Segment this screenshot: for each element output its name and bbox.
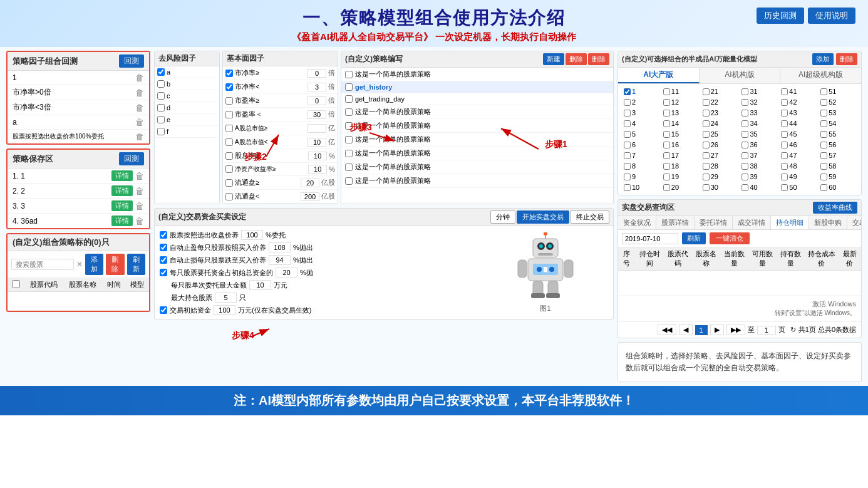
bf-1-input[interactable] [307, 69, 326, 78]
ai-46-checkbox[interactable] [781, 142, 788, 148]
bf-10-checkbox[interactable] [225, 193, 233, 200]
ai-32-checkbox[interactable] [741, 99, 748, 106]
ai-25-checkbox[interactable] [703, 131, 710, 138]
ai-53-checkbox[interactable] [820, 110, 827, 117]
tab-stock-detail[interactable]: 股票详情 [656, 216, 695, 229]
next-page-button[interactable]: ▶ [710, 324, 724, 335]
tab-ai-super[interactable]: AI超级机构版 [780, 68, 861, 83]
ai-10-checkbox[interactable] [624, 184, 631, 191]
bf-4-checkbox[interactable] [225, 111, 233, 118]
tab-trade-log[interactable]: 交易日志 [847, 216, 861, 229]
risk-e-checkbox[interactable] [157, 116, 165, 123]
clear-all-button[interactable]: 一键清仓 [710, 232, 750, 244]
ai-11-checkbox[interactable] [663, 88, 670, 95]
history-backtest-button[interactable]: 历史回测 [757, 8, 804, 24]
tr-7-input[interactable] [214, 305, 235, 315]
ai-52-checkbox[interactable] [820, 99, 827, 106]
ai-42-checkbox[interactable] [781, 99, 788, 106]
ai-12-checkbox[interactable] [663, 99, 670, 106]
ai-del-button[interactable]: 删除 [836, 53, 857, 65]
ai-23-checkbox[interactable] [703, 110, 710, 117]
add-stock-button[interactable]: 添加 [85, 254, 103, 275]
tr-5-input[interactable] [249, 280, 271, 290]
ai-28-checkbox[interactable] [703, 163, 710, 170]
ai-48-checkbox[interactable] [781, 163, 788, 170]
ai-31-checkbox[interactable] [741, 88, 748, 95]
ai-2-checkbox[interactable] [624, 99, 631, 106]
sw-7-checkbox[interactable] [345, 150, 353, 157]
ai-37-checkbox[interactable] [741, 152, 748, 159]
ai-50-checkbox[interactable] [781, 184, 788, 191]
trash-icon[interactable]: 🗑 [135, 201, 144, 211]
sw-2-checkbox[interactable] [345, 83, 353, 91]
trash-icon[interactable]: 🗑 [135, 132, 144, 142]
bf-8-input[interactable] [308, 165, 327, 174]
goto-page-input[interactable] [757, 326, 776, 335]
search-stock-input[interactable] [11, 259, 74, 270]
minute-button[interactable]: 分钟 [490, 210, 515, 224]
ai-35-checkbox[interactable] [741, 131, 748, 138]
detail-button[interactable]: 详情 [111, 170, 133, 181]
bf-7-input[interactable] [308, 152, 327, 160]
ai-56-checkbox[interactable] [820, 142, 827, 148]
tab-position[interactable]: 持仓明细 [771, 216, 809, 229]
tab-ai-institution[interactable]: AI机构版 [700, 68, 781, 83]
detail-button[interactable]: 详情 [111, 200, 133, 211]
ai-15-checkbox[interactable] [663, 131, 670, 138]
clear-search-icon[interactable]: ✕ [76, 260, 83, 269]
ai-5-checkbox[interactable] [624, 131, 631, 138]
sw-5-checkbox[interactable] [345, 122, 353, 130]
bf-4-input[interactable] [307, 110, 326, 119]
ai-14-checkbox[interactable] [663, 120, 670, 127]
ai-29-checkbox[interactable] [703, 174, 710, 180]
trash-icon[interactable]: 🗑 [135, 171, 144, 181]
ai-38-checkbox[interactable] [741, 163, 748, 170]
risk-b-checkbox[interactable] [157, 80, 165, 88]
detail-button[interactable]: 详情 [111, 185, 133, 196]
ai-58-checkbox[interactable] [820, 163, 827, 170]
trash-icon[interactable]: 🗑 [135, 103, 144, 113]
ai-7-checkbox[interactable] [624, 152, 631, 159]
ai-57-checkbox[interactable] [820, 152, 827, 159]
risk-a-checkbox[interactable] [157, 68, 165, 76]
detail-button[interactable]: 详情 [111, 215, 133, 226]
tab-transaction[interactable]: 成交详情 [733, 216, 771, 229]
ai-22-checkbox[interactable] [703, 99, 710, 106]
ai-add-button[interactable]: 添加 [812, 53, 834, 65]
tr-1-input[interactable] [241, 230, 263, 240]
prev-page-button[interactable]: ◀ [679, 324, 693, 335]
tr-7-checkbox[interactable] [160, 306, 167, 314]
trash-icon[interactable]: 🗑 [135, 117, 144, 127]
ai-45-checkbox[interactable] [781, 131, 788, 138]
tr-6-input[interactable] [215, 293, 237, 303]
ai-30-checkbox[interactable] [703, 184, 710, 191]
stop-trade-button[interactable]: 终止交易 [571, 210, 609, 224]
bf-6-checkbox[interactable] [225, 138, 233, 146]
bf-9-checkbox[interactable] [225, 179, 233, 187]
ai-18-checkbox[interactable] [663, 163, 670, 170]
ai-43-checkbox[interactable] [781, 110, 788, 117]
ai-51-checkbox[interactable] [820, 88, 827, 95]
factor-combo-backtest-button[interactable]: 回测 [119, 55, 144, 68]
ai-34-checkbox[interactable] [741, 120, 748, 127]
ai-17-checkbox[interactable] [663, 152, 670, 159]
ai-20-checkbox[interactable] [663, 184, 670, 191]
ai-39-checkbox[interactable] [741, 174, 748, 180]
select-all-checkbox[interactable] [12, 280, 20, 288]
bf-9-input[interactable] [301, 179, 319, 187]
ai-41-checkbox[interactable] [781, 88, 788, 95]
refresh-button[interactable]: 刷新 [682, 232, 706, 244]
sw-1-checkbox[interactable] [345, 71, 353, 78]
strategy-store-backtest-button[interactable]: 回测 [119, 152, 144, 165]
ai-26-checkbox[interactable] [703, 142, 710, 148]
usage-guide-button[interactable]: 使用说明 [808, 8, 855, 24]
ai-1-checkbox[interactable] [624, 88, 631, 95]
strategy-close-button[interactable]: 删除 [588, 53, 609, 65]
start-trade-button[interactable]: 开始实盘交易 [517, 210, 569, 224]
bf-5-input[interactable] [307, 124, 326, 133]
tab-ai-large[interactable]: AI大产版 [618, 68, 700, 83]
ai-44-checkbox[interactable] [781, 120, 788, 127]
tr-3-input[interactable] [269, 255, 291, 265]
tr-3-checkbox[interactable] [160, 256, 167, 264]
sw-6-checkbox[interactable] [345, 136, 353, 143]
